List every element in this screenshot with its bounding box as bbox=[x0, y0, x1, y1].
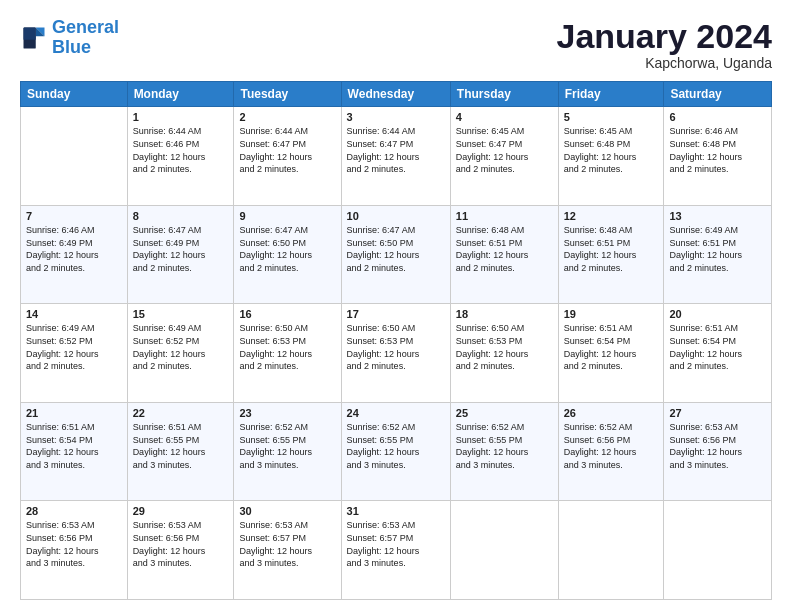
day-info: Sunrise: 6:48 AM Sunset: 6:51 PM Dayligh… bbox=[564, 224, 659, 274]
day-number: 3 bbox=[347, 111, 445, 123]
calendar-cell: 13Sunrise: 6:49 AM Sunset: 6:51 PM Dayli… bbox=[664, 205, 772, 304]
page: General Blue January 2024 Kapchorwa, Uga… bbox=[0, 0, 792, 612]
day-info: Sunrise: 6:51 AM Sunset: 6:54 PM Dayligh… bbox=[26, 421, 122, 471]
calendar-cell bbox=[450, 501, 558, 600]
col-saturday: Saturday bbox=[664, 82, 772, 107]
day-number: 21 bbox=[26, 407, 122, 419]
location-subtitle: Kapchorwa, Uganda bbox=[557, 55, 773, 71]
calendar-cell: 30Sunrise: 6:53 AM Sunset: 6:57 PM Dayli… bbox=[234, 501, 341, 600]
calendar-cell: 19Sunrise: 6:51 AM Sunset: 6:54 PM Dayli… bbox=[558, 304, 664, 403]
day-info: Sunrise: 6:49 AM Sunset: 6:52 PM Dayligh… bbox=[133, 322, 229, 372]
col-sunday: Sunday bbox=[21, 82, 128, 107]
day-info: Sunrise: 6:50 AM Sunset: 6:53 PM Dayligh… bbox=[239, 322, 335, 372]
logo-line2: Blue bbox=[52, 37, 91, 57]
calendar-cell: 27Sunrise: 6:53 AM Sunset: 6:56 PM Dayli… bbox=[664, 402, 772, 501]
calendar-cell: 6Sunrise: 6:46 AM Sunset: 6:48 PM Daylig… bbox=[664, 107, 772, 206]
day-info: Sunrise: 6:47 AM Sunset: 6:50 PM Dayligh… bbox=[347, 224, 445, 274]
day-info: Sunrise: 6:52 AM Sunset: 6:55 PM Dayligh… bbox=[456, 421, 553, 471]
col-thursday: Thursday bbox=[450, 82, 558, 107]
svg-rect-3 bbox=[24, 27, 36, 39]
day-info: Sunrise: 6:50 AM Sunset: 6:53 PM Dayligh… bbox=[347, 322, 445, 372]
calendar-cell: 10Sunrise: 6:47 AM Sunset: 6:50 PM Dayli… bbox=[341, 205, 450, 304]
day-info: Sunrise: 6:49 AM Sunset: 6:52 PM Dayligh… bbox=[26, 322, 122, 372]
calendar-body: 1Sunrise: 6:44 AM Sunset: 6:46 PM Daylig… bbox=[21, 107, 772, 600]
calendar-cell: 7Sunrise: 6:46 AM Sunset: 6:49 PM Daylig… bbox=[21, 205, 128, 304]
day-number: 15 bbox=[133, 308, 229, 320]
day-number: 26 bbox=[564, 407, 659, 419]
calendar-cell bbox=[21, 107, 128, 206]
calendar-cell: 25Sunrise: 6:52 AM Sunset: 6:55 PM Dayli… bbox=[450, 402, 558, 501]
calendar-cell: 17Sunrise: 6:50 AM Sunset: 6:53 PM Dayli… bbox=[341, 304, 450, 403]
day-number: 12 bbox=[564, 210, 659, 222]
day-number: 29 bbox=[133, 505, 229, 517]
day-info: Sunrise: 6:50 AM Sunset: 6:53 PM Dayligh… bbox=[456, 322, 553, 372]
day-info: Sunrise: 6:52 AM Sunset: 6:55 PM Dayligh… bbox=[239, 421, 335, 471]
day-info: Sunrise: 6:44 AM Sunset: 6:47 PM Dayligh… bbox=[347, 125, 445, 175]
day-number: 31 bbox=[347, 505, 445, 517]
day-info: Sunrise: 6:47 AM Sunset: 6:50 PM Dayligh… bbox=[239, 224, 335, 274]
calendar-cell: 9Sunrise: 6:47 AM Sunset: 6:50 PM Daylig… bbox=[234, 205, 341, 304]
logo-line1: General bbox=[52, 17, 119, 37]
day-number: 7 bbox=[26, 210, 122, 222]
day-info: Sunrise: 6:44 AM Sunset: 6:47 PM Dayligh… bbox=[239, 125, 335, 175]
day-info: Sunrise: 6:49 AM Sunset: 6:51 PM Dayligh… bbox=[669, 224, 766, 274]
calendar-cell: 3Sunrise: 6:44 AM Sunset: 6:47 PM Daylig… bbox=[341, 107, 450, 206]
day-info: Sunrise: 6:53 AM Sunset: 6:56 PM Dayligh… bbox=[133, 519, 229, 569]
day-number: 24 bbox=[347, 407, 445, 419]
day-info: Sunrise: 6:46 AM Sunset: 6:49 PM Dayligh… bbox=[26, 224, 122, 274]
calendar-cell: 31Sunrise: 6:53 AM Sunset: 6:57 PM Dayli… bbox=[341, 501, 450, 600]
logo-text: General Blue bbox=[52, 18, 119, 58]
col-tuesday: Tuesday bbox=[234, 82, 341, 107]
calendar-cell: 16Sunrise: 6:50 AM Sunset: 6:53 PM Dayli… bbox=[234, 304, 341, 403]
calendar-week-2: 7Sunrise: 6:46 AM Sunset: 6:49 PM Daylig… bbox=[21, 205, 772, 304]
day-number: 10 bbox=[347, 210, 445, 222]
calendar-cell: 5Sunrise: 6:45 AM Sunset: 6:48 PM Daylig… bbox=[558, 107, 664, 206]
col-monday: Monday bbox=[127, 82, 234, 107]
calendar-cell: 26Sunrise: 6:52 AM Sunset: 6:56 PM Dayli… bbox=[558, 402, 664, 501]
day-number: 9 bbox=[239, 210, 335, 222]
calendar-cell: 1Sunrise: 6:44 AM Sunset: 6:46 PM Daylig… bbox=[127, 107, 234, 206]
calendar-cell bbox=[558, 501, 664, 600]
day-number: 1 bbox=[133, 111, 229, 123]
calendar-cell: 2Sunrise: 6:44 AM Sunset: 6:47 PM Daylig… bbox=[234, 107, 341, 206]
calendar-cell: 24Sunrise: 6:52 AM Sunset: 6:55 PM Dayli… bbox=[341, 402, 450, 501]
day-number: 2 bbox=[239, 111, 335, 123]
day-info: Sunrise: 6:53 AM Sunset: 6:56 PM Dayligh… bbox=[26, 519, 122, 569]
day-info: Sunrise: 6:51 AM Sunset: 6:54 PM Dayligh… bbox=[669, 322, 766, 372]
calendar-cell: 29Sunrise: 6:53 AM Sunset: 6:56 PM Dayli… bbox=[127, 501, 234, 600]
logo-icon bbox=[20, 24, 48, 52]
day-number: 18 bbox=[456, 308, 553, 320]
day-number: 4 bbox=[456, 111, 553, 123]
day-number: 8 bbox=[133, 210, 229, 222]
day-info: Sunrise: 6:47 AM Sunset: 6:49 PM Dayligh… bbox=[133, 224, 229, 274]
header: General Blue January 2024 Kapchorwa, Uga… bbox=[20, 18, 772, 71]
day-number: 16 bbox=[239, 308, 335, 320]
day-info: Sunrise: 6:52 AM Sunset: 6:56 PM Dayligh… bbox=[564, 421, 659, 471]
calendar-cell: 28Sunrise: 6:53 AM Sunset: 6:56 PM Dayli… bbox=[21, 501, 128, 600]
day-info: Sunrise: 6:48 AM Sunset: 6:51 PM Dayligh… bbox=[456, 224, 553, 274]
calendar-cell: 21Sunrise: 6:51 AM Sunset: 6:54 PM Dayli… bbox=[21, 402, 128, 501]
day-info: Sunrise: 6:44 AM Sunset: 6:46 PM Dayligh… bbox=[133, 125, 229, 175]
day-number: 27 bbox=[669, 407, 766, 419]
header-row: Sunday Monday Tuesday Wednesday Thursday… bbox=[21, 82, 772, 107]
day-info: Sunrise: 6:45 AM Sunset: 6:47 PM Dayligh… bbox=[456, 125, 553, 175]
calendar-cell: 11Sunrise: 6:48 AM Sunset: 6:51 PM Dayli… bbox=[450, 205, 558, 304]
day-info: Sunrise: 6:52 AM Sunset: 6:55 PM Dayligh… bbox=[347, 421, 445, 471]
day-number: 20 bbox=[669, 308, 766, 320]
day-number: 23 bbox=[239, 407, 335, 419]
day-info: Sunrise: 6:51 AM Sunset: 6:55 PM Dayligh… bbox=[133, 421, 229, 471]
day-number: 11 bbox=[456, 210, 553, 222]
calendar-week-1: 1Sunrise: 6:44 AM Sunset: 6:46 PM Daylig… bbox=[21, 107, 772, 206]
day-info: Sunrise: 6:46 AM Sunset: 6:48 PM Dayligh… bbox=[669, 125, 766, 175]
day-number: 5 bbox=[564, 111, 659, 123]
calendar-cell: 23Sunrise: 6:52 AM Sunset: 6:55 PM Dayli… bbox=[234, 402, 341, 501]
day-number: 6 bbox=[669, 111, 766, 123]
col-friday: Friday bbox=[558, 82, 664, 107]
day-info: Sunrise: 6:53 AM Sunset: 6:57 PM Dayligh… bbox=[347, 519, 445, 569]
calendar-cell: 14Sunrise: 6:49 AM Sunset: 6:52 PM Dayli… bbox=[21, 304, 128, 403]
day-number: 19 bbox=[564, 308, 659, 320]
day-number: 30 bbox=[239, 505, 335, 517]
day-info: Sunrise: 6:51 AM Sunset: 6:54 PM Dayligh… bbox=[564, 322, 659, 372]
calendar-cell bbox=[664, 501, 772, 600]
calendar-cell: 18Sunrise: 6:50 AM Sunset: 6:53 PM Dayli… bbox=[450, 304, 558, 403]
